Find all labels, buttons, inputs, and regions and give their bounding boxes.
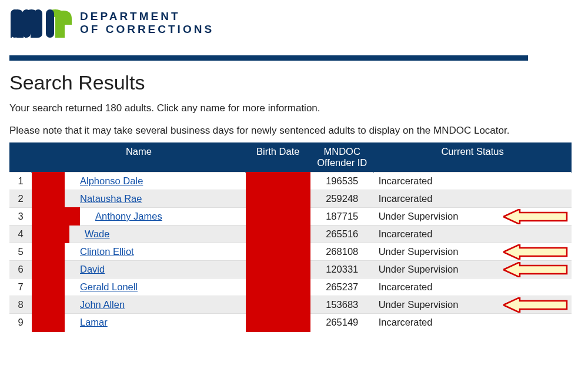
status-cell: Incarcerated [374, 279, 572, 296]
offender-name-link[interactable]: Wade [85, 228, 110, 239]
redaction-block [32, 190, 65, 208]
table-row: 1Alphonso Dale196535Incarcerated [9, 173, 572, 190]
table-row: 5Clinton Elliot268108Under Supervision [9, 243, 572, 261]
offender-name-link[interactable]: David [80, 264, 105, 274]
status-text: Under Supervision [379, 299, 459, 310]
birthdate-cell [246, 190, 310, 208]
header-rule [9, 55, 528, 61]
birthdate-cell [246, 208, 310, 226]
birthdate-cell [246, 243, 310, 261]
col-name: Name [32, 142, 246, 173]
highlight-arrow-icon [503, 297, 568, 313]
status-cell: Under Supervision [374, 208, 572, 226]
name-cell: Wade [32, 226, 246, 243]
row-number: 1 [9, 173, 32, 190]
redaction-block [32, 313, 65, 332]
site-header: DEPARTMENT OF CORRECTIONS [9, 7, 579, 39]
svg-marker-4 [503, 209, 567, 224]
status-text: Incarcerated [379, 228, 433, 239]
birthdate-cell [246, 296, 310, 314]
redaction-block [32, 225, 69, 243]
name-cell: Anthony James [32, 208, 246, 226]
results-summary: Your search returned 180 adults. Click a… [9, 102, 579, 114]
offender-id: 259248 [310, 190, 374, 208]
results-note: Please note that it may take several bus… [9, 125, 579, 137]
redaction-block [32, 260, 65, 279]
highlight-arrow-icon [503, 209, 568, 224]
status-text: Incarcerated [379, 317, 433, 327]
birthdate-cell [246, 226, 310, 243]
redaction-block [32, 296, 65, 314]
row-number: 3 [9, 208, 32, 226]
status-cell: Under Supervision [374, 243, 572, 261]
table-row: 6David120331Under Supervision [9, 261, 572, 279]
col-rownum [9, 142, 32, 173]
table-row: 2Natausha Rae259248Incarcerated [9, 190, 572, 208]
status-cell: Under Supervision [374, 261, 572, 279]
svg-marker-6 [503, 262, 567, 277]
col-birthdate: Birth Date [246, 142, 310, 173]
name-cell: John Allen [32, 296, 246, 314]
table-row: 9Lamar265149Incarcerated [9, 314, 572, 331]
redaction-block [246, 296, 310, 314]
status-text: Incarcerated [379, 175, 433, 186]
table-row: 8John Allen153683Under Supervision [9, 296, 572, 314]
offender-id: 265149 [310, 314, 374, 331]
redaction-block [32, 278, 65, 296]
offender-id: 265237 [310, 279, 374, 296]
redaction-block [246, 225, 310, 243]
birthdate-cell [246, 173, 310, 190]
offender-name-link[interactable]: John Allen [80, 299, 125, 310]
status-text: Under Supervision [379, 211, 459, 221]
offender-name-link[interactable]: Gerald Lonell [80, 281, 138, 292]
svg-rect-0 [11, 9, 19, 38]
status-cell: Incarcerated [374, 190, 572, 208]
offender-name-link[interactable]: Natausha Rae [80, 193, 142, 204]
birthdate-cell [246, 261, 310, 279]
offender-id: 120331 [310, 261, 374, 279]
offender-name-link[interactable]: Clinton Elliot [80, 246, 134, 257]
svg-rect-3 [46, 9, 54, 38]
row-number: 8 [9, 296, 32, 314]
status-text: Incarcerated [379, 193, 433, 204]
name-cell: Alphonso Dale [32, 173, 246, 190]
results-table: Name Birth Date MNDOC Offender ID Curren… [9, 142, 572, 331]
birthdate-cell [246, 314, 310, 331]
highlight-arrow-icon [503, 262, 568, 277]
redaction-block [246, 207, 310, 226]
row-number: 6 [9, 261, 32, 279]
offender-name-link[interactable]: Lamar [80, 317, 108, 327]
name-cell: Lamar [32, 314, 246, 331]
name-cell: Natausha Rae [32, 190, 246, 208]
status-text: Incarcerated [379, 281, 433, 292]
page-title: Search Results [9, 71, 579, 94]
redaction-block [32, 172, 65, 190]
table-row: 7Gerald Lonell265237Incarcerated [9, 279, 572, 296]
table-row: 3Anthony James187715Under Supervision [9, 208, 572, 226]
row-number: 2 [9, 190, 32, 208]
row-number: 7 [9, 279, 32, 296]
dept-line1: DEPARTMENT [80, 10, 214, 23]
table-row: 4Wade265516Incarcerated [9, 226, 572, 243]
redaction-block [32, 243, 65, 261]
offender-id: 268108 [310, 243, 374, 261]
row-number: 5 [9, 243, 32, 261]
redaction-block [246, 172, 310, 190]
col-status: Current Status [374, 142, 572, 173]
highlight-arrow-icon [503, 244, 568, 260]
redaction-block [246, 313, 310, 332]
name-cell: Gerald Lonell [32, 279, 246, 296]
redaction-block [246, 243, 310, 261]
mn-logo-icon [9, 7, 72, 39]
status-text: Under Supervision [379, 264, 459, 274]
offender-id: 265516 [310, 226, 374, 243]
offender-name-link[interactable]: Alphonso Dale [80, 175, 143, 186]
name-cell: David [32, 261, 246, 279]
dept-line2: OF CORRECTIONS [80, 23, 214, 36]
row-number: 9 [9, 314, 32, 331]
offender-id: 187715 [310, 208, 374, 226]
offender-id: 196535 [310, 173, 374, 190]
svg-marker-7 [503, 297, 567, 313]
redaction-block [246, 278, 310, 296]
offender-name-link[interactable]: Anthony James [95, 211, 162, 221]
